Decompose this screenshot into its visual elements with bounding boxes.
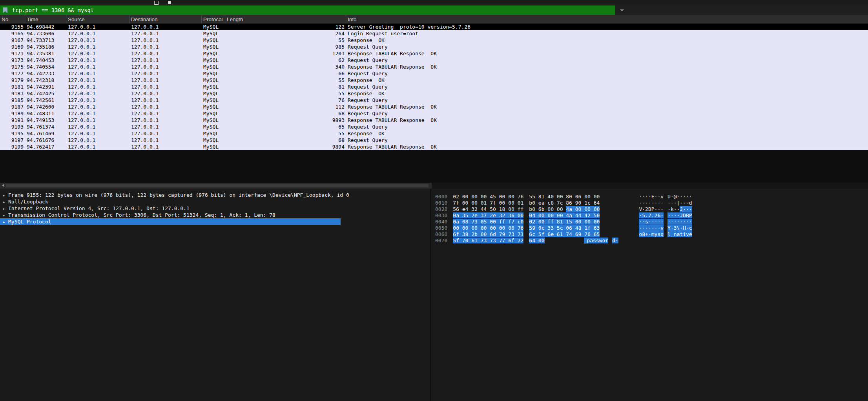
expand-arrow-icon[interactable]: ▸	[3, 205, 8, 212]
cell-dst: 127.0.0.1	[129, 24, 202, 30]
hex-line[interactable]: 00606f 38 2b 00 6d 79 73 716c 5f 6e 61 7…	[434, 231, 868, 238]
hex-byte: 77	[499, 238, 508, 243]
packet-row[interactable]: 916794.733713127.0.0.1127.0.0.1MySQL55Re…	[0, 37, 868, 44]
titlebar-glyph-icon	[168, 1, 171, 4]
ascii-char: ·	[683, 200, 686, 206]
expand-arrow-icon[interactable]: ▸	[3, 192, 8, 199]
ascii-char: @	[674, 194, 677, 200]
hex-line[interactable]: 005000 00 00 00 00 00 00 7659 0c 33 5c 0…	[434, 225, 868, 231]
hex-byte-group: 59 0c 33 5c 06 48 1f 63	[529, 225, 600, 231]
hex-byte: 90	[575, 200, 584, 206]
hex-byte: 2e	[490, 212, 499, 218]
packet-row[interactable]: 919794.761676127.0.0.1127.0.0.1MySQL68Re…	[0, 137, 868, 143]
ascii-char: ·	[689, 194, 692, 200]
ascii-char: ·	[680, 200, 683, 206]
hex-byte: 6e	[547, 231, 556, 237]
packet-row[interactable]: 918394.742425127.0.0.1127.0.0.1MySQL55Re…	[0, 90, 868, 97]
packet-row[interactable]: 918194.742391127.0.0.1127.0.0.1MySQL81Re…	[0, 83, 868, 90]
hex-byte-group: 64 00	[529, 238, 544, 244]
cell-no: 9199	[0, 143, 25, 150]
scrollbar-thumb[interactable]	[6, 184, 429, 187]
cell-len: 68	[225, 137, 346, 143]
ascii-char: ·	[642, 200, 645, 206]
packet-row[interactable]: 917194.735381127.0.0.1127.0.0.1MySQL1203…	[0, 50, 868, 57]
column-header-destination[interactable]: Destination	[129, 15, 202, 24]
ascii-char: ·	[683, 206, 686, 212]
cell-proto: MySQL	[202, 90, 225, 97]
chevron-down-icon[interactable]	[620, 9, 624, 11]
detail-line[interactable]: ▸Null/Loopback	[0, 198, 430, 205]
expand-arrow-icon[interactable]: ▸	[3, 199, 8, 205]
pane-splitter[interactable]	[430, 189, 431, 401]
ascii-char: ·	[648, 194, 651, 200]
ascii-char: ·	[686, 206, 689, 212]
cell-no: 9181	[0, 83, 25, 90]
cell-len: 62	[225, 57, 346, 64]
detail-line[interactable]: ▸Internet Protocol Version 4, Src: 127.0…	[0, 205, 430, 212]
hex-byte: c0	[518, 219, 524, 225]
packet-row[interactable]: 919394.761374127.0.0.1127.0.0.1MySQL65Re…	[0, 123, 868, 130]
hex-byte: 73	[481, 238, 490, 243]
ascii-char: i	[683, 231, 686, 237]
scroll-left-arrow-icon[interactable]	[2, 184, 4, 187]
hex-byte: 06	[575, 194, 584, 200]
hex-offset: 0050	[435, 225, 447, 231]
hex-byte: 00	[462, 225, 471, 231]
expand-arrow-icon[interactable]: ▸	[3, 219, 8, 225]
detail-line[interactable]: ▸Transmission Control Protocol, Src Port…	[0, 212, 430, 218]
ascii-char: p	[587, 238, 590, 243]
display-filter-text[interactable]: tcp.port == 3306 && mysql	[12, 7, 94, 13]
packet-row[interactable]: 918794.742600127.0.0.1127.0.0.1MySQL112R…	[0, 103, 868, 110]
hex-byte: 6b	[538, 206, 547, 212]
packet-row[interactable]: 916594.733606127.0.0.1127.0.0.1MySQL264L…	[0, 30, 868, 37]
packet-row[interactable]: 918994.748311127.0.0.1127.0.0.1MySQL68Re…	[0, 110, 868, 117]
hex-byte: 00	[481, 225, 490, 231]
hex-byte: 0c	[538, 225, 547, 231]
hex-line[interactable]: 00400a 08 73 05 00 ff f7 c002 00 ff 81 1…	[434, 219, 868, 225]
packet-row[interactable]: 919594.761469127.0.0.1127.0.0.1MySQL55Re…	[0, 130, 868, 137]
hex-line[interactable]: 000002 00 00 00 45 00 00 7655 81 40 00 8…	[434, 194, 868, 200]
cell-len: 81	[225, 83, 346, 90]
hex-byte: 01	[481, 200, 490, 206]
display-filter-input[interactable]: tcp.port == 3306 && mysql	[0, 5, 615, 15]
packet-row[interactable]: 917394.740453127.0.0.1127.0.0.1MySQL62Re…	[0, 57, 868, 64]
packet-row[interactable]: 917594.740554127.0.0.1127.0.0.1MySQL340R…	[0, 64, 868, 70]
hex-line[interactable]: 00107f 00 00 01 7f 00 00 01b0 ea c8 7c 8…	[434, 200, 868, 206]
cell-time: 94.742391	[25, 83, 66, 90]
horizontal-scrollbar[interactable]	[0, 183, 432, 189]
cell-info: Login Request user=root	[346, 30, 868, 37]
column-header-time[interactable]: Time	[25, 15, 66, 24]
ascii-char: ·	[648, 200, 651, 206]
cell-proto: MySQL	[202, 24, 225, 30]
detail-line[interactable]: ▸MySQL Protocol	[0, 218, 341, 225]
hex-byte-group: 6f 38 2b 00 6d 79 73 71	[453, 231, 523, 238]
hex-byte: 00	[471, 194, 480, 200]
cell-proto: MySQL	[202, 57, 225, 64]
packet-row[interactable]: 918594.742561127.0.0.1127.0.0.1MySQL76Re…	[0, 97, 868, 103]
hex-byte: 6d	[490, 231, 499, 237]
column-header-no[interactable]: No.	[0, 15, 25, 24]
packet-row[interactable]: 915594.698442127.0.0.1127.0.0.1MySQL122S…	[0, 24, 868, 30]
hex-byte: 50	[594, 212, 600, 218]
column-header-length[interactable]: Length	[225, 15, 346, 24]
hex-line[interactable]: 00300a 35 2e 37 2e 32 36 0004 00 00 00 4…	[434, 212, 868, 219]
detail-line[interactable]: ▸Frame 9155: 122 bytes on wire (976 bits…	[0, 192, 430, 198]
hex-byte: 00	[594, 206, 600, 212]
hex-line[interactable]: 002056 e4 32 44 50 18 00 ffb0 6b 00 00 4…	[434, 206, 868, 212]
bookmark-icon[interactable]	[3, 7, 7, 13]
packet-row[interactable]: 917994.742318127.0.0.1127.0.0.1MySQL55Re…	[0, 77, 868, 83]
packet-row[interactable]: 919994.762417127.0.0.1127.0.0.1MySQL9894…	[0, 143, 868, 150]
ascii-char: c	[689, 225, 692, 231]
ascii-char: ·	[686, 200, 689, 206]
hex-byte: 02	[529, 219, 538, 225]
expand-arrow-icon[interactable]: ▸	[3, 212, 8, 219]
ascii-char: ·	[648, 231, 651, 237]
column-header-source[interactable]: Source	[66, 15, 129, 24]
packet-row[interactable]: 919194.749153127.0.0.1127.0.0.1MySQL9893…	[0, 117, 868, 123]
packet-row[interactable]: 916994.735186127.0.0.1127.0.0.1MySQL985R…	[0, 44, 868, 50]
ascii-char: 8	[642, 231, 645, 237]
hex-line[interactable]: 00705f 70 61 73 73 77 6f 7264 00_passwor…	[434, 238, 868, 244]
packet-row[interactable]: 917794.742233127.0.0.1127.0.0.1MySQL66Re…	[0, 70, 868, 77]
column-header-info[interactable]: Info	[346, 15, 868, 24]
column-header-protocol[interactable]: Protocol	[202, 15, 225, 24]
